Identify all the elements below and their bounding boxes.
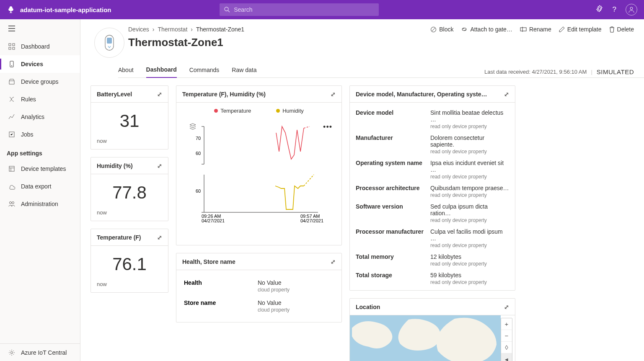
sidebar-item-label: Administration: [21, 201, 58, 207]
tile-title: Humidity (%): [97, 162, 133, 169]
breadcrumb-item[interactable]: Devices: [128, 26, 149, 33]
tile-title: Temperature (F), Humidity (%): [182, 91, 266, 98]
user-avatar[interactable]: [626, 4, 637, 15]
property-key: Total memory: [356, 253, 430, 267]
tabs: About Dashboard Commands Raw data Last d…: [118, 66, 644, 78]
property-row: Software version Sed culpa ipsum dicta r…: [356, 201, 509, 226]
tile-title: Temperature (F): [97, 234, 141, 241]
expand-icon[interactable]: ⤢: [331, 258, 336, 265]
sidebar-item-data-export[interactable]: Data export: [0, 178, 80, 195]
expand-icon[interactable]: ⤢: [504, 91, 509, 98]
sidebar-item-label: Analytics: [21, 113, 44, 120]
property-value: 59 kilobytesread only device property: [430, 272, 509, 285]
map[interactable]: Ocean Atlantic Ocean + − ◊ ◂ ⛶: [350, 315, 515, 361]
sidebar-item-jobs[interactable]: Jobs: [0, 126, 80, 143]
edit-template-button[interactable]: Edit template: [559, 26, 602, 33]
tile-title: BatteryLevel: [97, 91, 132, 98]
tile-battery: BatteryLevel⤢ 31 now: [91, 85, 168, 150]
breadcrumb: Devices› Thermostat› Thermostat-Zone1: [128, 26, 244, 33]
map-zoom-out[interactable]: −: [501, 330, 512, 342]
sidebar-item-analytics[interactable]: Analytics: [0, 108, 80, 126]
devices-icon: [8, 61, 15, 67]
chart-plot: 70 60 60 09:26 AM 04/27/: [192, 118, 331, 223]
map-controls: + − ◊ ◂ ⛶: [501, 318, 512, 361]
tree-icon: [7, 5, 15, 14]
sidebar-item-label: Data export: [21, 183, 51, 190]
delete-button[interactable]: Delete: [609, 26, 634, 33]
property-value: Quibusdam tempore praese…read only devic…: [430, 185, 509, 198]
sidebar-item-device-groups[interactable]: Device groups: [0, 73, 80, 90]
app-name: adatum-iot-sample-application: [20, 6, 111, 13]
svg-rect-18: [520, 28, 526, 31]
sidebar-item-label: Azure IoT Central: [21, 349, 67, 356]
property-key: Store name: [184, 299, 258, 313]
svg-text:70: 70: [196, 136, 201, 141]
svg-rect-6: [13, 47, 15, 49]
tile-value: 76.1: [91, 246, 168, 281]
settings-icon[interactable]: [596, 5, 603, 14]
rename-icon: [520, 26, 527, 32]
property-row: Health No Valuecloud property: [184, 276, 334, 296]
property-value: Sint mollitia beatae delectus …read only…: [430, 109, 509, 129]
device-groups-icon: [8, 78, 15, 85]
svg-point-2: [630, 7, 633, 10]
sidebar-item-dashboard[interactable]: Dashboard: [0, 38, 80, 55]
chart-menu-icon[interactable]: •••: [323, 123, 332, 132]
thermostat-icon: [105, 35, 114, 51]
hamburger-icon[interactable]: [0, 19, 80, 38]
property-key: Processor manufacturer: [356, 228, 430, 248]
tile-footer: now: [91, 138, 168, 149]
property-row: Store name No Valuecloud property: [184, 296, 334, 316]
property-value: Sed culpa ipsum dicta ration…read only d…: [430, 203, 509, 223]
tile-value: 77.8: [91, 174, 168, 209]
search-input[interactable]: Search: [220, 3, 379, 16]
top-bar: adatum-iot-sample-application Search ?: [0, 0, 644, 19]
tab-raw-data[interactable]: Raw data: [232, 67, 256, 77]
tile-footer: now: [91, 209, 168, 221]
expand-icon[interactable]: ⤢: [157, 91, 162, 98]
map-pitch[interactable]: ◊: [501, 342, 512, 353]
svg-rect-5: [9, 47, 11, 49]
block-button[interactable]: Block: [430, 26, 453, 33]
help-icon[interactable]: ?: [613, 5, 616, 14]
gear-icon: [8, 349, 15, 356]
tile-location: Location⤢ Ocean Atlantic Ocean + − ◊ ◂: [349, 298, 515, 361]
sidebar-bottom-link[interactable]: Azure IoT Central: [0, 343, 80, 361]
layers-icon[interactable]: [189, 123, 197, 132]
breadcrumb-item[interactable]: Thermostat: [158, 26, 187, 33]
property-value: Dolorem consectetur sapiente.read only d…: [430, 134, 509, 155]
sidebar-item-devices[interactable]: Devices: [0, 55, 80, 73]
last-data-text: Last data received: 4/27/2021, 9:56:10 A…: [484, 69, 587, 75]
link-icon: [461, 26, 468, 32]
sidebar-item-label: Dashboard: [21, 43, 50, 50]
expand-icon[interactable]: ⤢: [504, 304, 509, 310]
expand-icon[interactable]: ⤢: [157, 234, 162, 241]
property-value: 12 kilobytesread only device property: [430, 253, 509, 267]
map-layers[interactable]: ◂: [501, 353, 512, 361]
simulated-badge: SIMULATED: [597, 68, 634, 75]
tab-commands[interactable]: Commands: [189, 67, 220, 77]
svg-point-11: [10, 202, 12, 204]
sidebar-item-label: Devices: [21, 61, 43, 67]
expand-icon[interactable]: ⤢: [157, 162, 162, 169]
pencil-icon: [559, 26, 565, 32]
page-title: Thermostat-Zone1: [128, 36, 634, 49]
sidebar-item-administration[interactable]: Administration: [0, 195, 80, 213]
tab-about[interactable]: About: [118, 67, 134, 77]
app-logo[interactable]: adatum-iot-sample-application: [7, 5, 111, 14]
svg-line-1: [228, 10, 230, 12]
property-row: Total memory 12 kilobytesread only devic…: [356, 251, 509, 269]
expand-icon[interactable]: ⤢: [331, 91, 336, 98]
tab-dashboard[interactable]: Dashboard: [146, 66, 177, 78]
svg-text:04/27/2021: 04/27/2021: [300, 218, 323, 223]
attach-button[interactable]: Attach to gate…: [461, 26, 512, 33]
property-key: Software version: [356, 203, 430, 223]
rename-button[interactable]: Rename: [520, 26, 551, 33]
sidebar-item-rules[interactable]: Rules: [0, 90, 80, 108]
templates-icon: [8, 165, 15, 172]
sidebar-item-label: Jobs: [21, 131, 34, 138]
property-key: Processor architecture: [356, 185, 430, 198]
svg-rect-3: [9, 44, 11, 46]
sidebar-item-device-templates[interactable]: Device templates: [0, 160, 80, 178]
map-zoom-in[interactable]: +: [501, 318, 512, 330]
